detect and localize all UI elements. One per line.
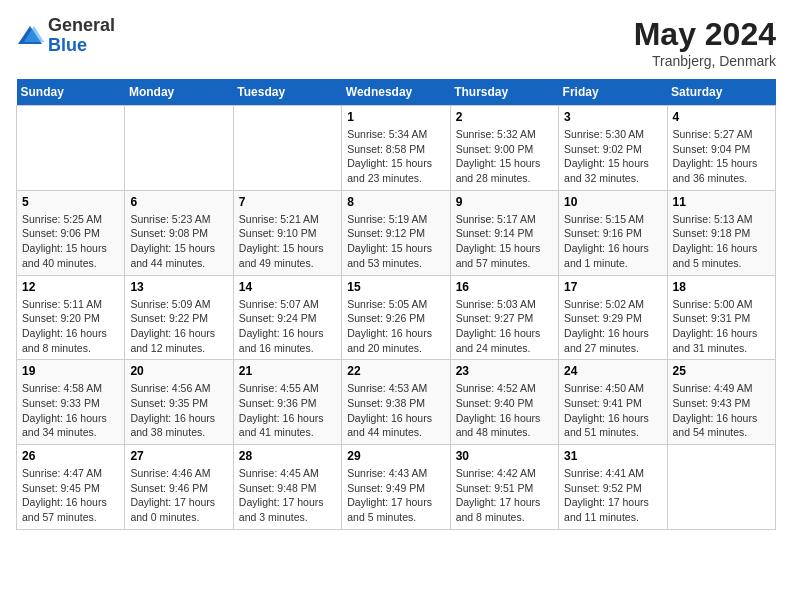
- day-cell: 21Sunrise: 4:55 AM Sunset: 9:36 PM Dayli…: [233, 360, 341, 445]
- day-number: 3: [564, 110, 661, 124]
- day-detail: Sunrise: 4:53 AM Sunset: 9:38 PM Dayligh…: [347, 381, 444, 440]
- day-number: 5: [22, 195, 119, 209]
- day-detail: Sunrise: 4:49 AM Sunset: 9:43 PM Dayligh…: [673, 381, 770, 440]
- logo-icon: [16, 22, 44, 50]
- day-number: 26: [22, 449, 119, 463]
- weekday-header-saturday: Saturday: [667, 79, 775, 106]
- day-number: 8: [347, 195, 444, 209]
- day-cell: 8Sunrise: 5:19 AM Sunset: 9:12 PM Daylig…: [342, 190, 450, 275]
- day-number: 21: [239, 364, 336, 378]
- day-cell: 26Sunrise: 4:47 AM Sunset: 9:45 PM Dayli…: [17, 445, 125, 530]
- day-number: 16: [456, 280, 553, 294]
- day-number: 17: [564, 280, 661, 294]
- day-detail: Sunrise: 5:02 AM Sunset: 9:29 PM Dayligh…: [564, 297, 661, 356]
- day-detail: Sunrise: 5:11 AM Sunset: 9:20 PM Dayligh…: [22, 297, 119, 356]
- day-cell: 9Sunrise: 5:17 AM Sunset: 9:14 PM Daylig…: [450, 190, 558, 275]
- day-cell: 20Sunrise: 4:56 AM Sunset: 9:35 PM Dayli…: [125, 360, 233, 445]
- day-cell: 4Sunrise: 5:27 AM Sunset: 9:04 PM Daylig…: [667, 106, 775, 191]
- day-detail: Sunrise: 5:15 AM Sunset: 9:16 PM Dayligh…: [564, 212, 661, 271]
- day-number: 30: [456, 449, 553, 463]
- day-cell: 30Sunrise: 4:42 AM Sunset: 9:51 PM Dayli…: [450, 445, 558, 530]
- day-cell: 14Sunrise: 5:07 AM Sunset: 9:24 PM Dayli…: [233, 275, 341, 360]
- day-detail: Sunrise: 5:21 AM Sunset: 9:10 PM Dayligh…: [239, 212, 336, 271]
- day-detail: Sunrise: 4:52 AM Sunset: 9:40 PM Dayligh…: [456, 381, 553, 440]
- day-number: 18: [673, 280, 770, 294]
- day-detail: Sunrise: 4:56 AM Sunset: 9:35 PM Dayligh…: [130, 381, 227, 440]
- day-number: 4: [673, 110, 770, 124]
- day-number: 29: [347, 449, 444, 463]
- day-number: 1: [347, 110, 444, 124]
- day-detail: Sunrise: 4:55 AM Sunset: 9:36 PM Dayligh…: [239, 381, 336, 440]
- day-cell: 15Sunrise: 5:05 AM Sunset: 9:26 PM Dayli…: [342, 275, 450, 360]
- day-number: 20: [130, 364, 227, 378]
- day-cell: 18Sunrise: 5:00 AM Sunset: 9:31 PM Dayli…: [667, 275, 775, 360]
- day-detail: Sunrise: 5:13 AM Sunset: 9:18 PM Dayligh…: [673, 212, 770, 271]
- day-number: 31: [564, 449, 661, 463]
- day-cell: [125, 106, 233, 191]
- day-detail: Sunrise: 4:43 AM Sunset: 9:49 PM Dayligh…: [347, 466, 444, 525]
- day-number: 11: [673, 195, 770, 209]
- weekday-header-friday: Friday: [559, 79, 667, 106]
- day-number: 19: [22, 364, 119, 378]
- day-cell: 24Sunrise: 4:50 AM Sunset: 9:41 PM Dayli…: [559, 360, 667, 445]
- week-row-1: 1Sunrise: 5:34 AM Sunset: 8:58 PM Daylig…: [17, 106, 776, 191]
- day-cell: 3Sunrise: 5:30 AM Sunset: 9:02 PM Daylig…: [559, 106, 667, 191]
- day-detail: Sunrise: 4:46 AM Sunset: 9:46 PM Dayligh…: [130, 466, 227, 525]
- day-detail: Sunrise: 5:23 AM Sunset: 9:08 PM Dayligh…: [130, 212, 227, 271]
- day-cell: [233, 106, 341, 191]
- day-cell: 17Sunrise: 5:02 AM Sunset: 9:29 PM Dayli…: [559, 275, 667, 360]
- day-cell: 5Sunrise: 5:25 AM Sunset: 9:06 PM Daylig…: [17, 190, 125, 275]
- day-cell: 29Sunrise: 4:43 AM Sunset: 9:49 PM Dayli…: [342, 445, 450, 530]
- day-detail: Sunrise: 4:47 AM Sunset: 9:45 PM Dayligh…: [22, 466, 119, 525]
- day-detail: Sunrise: 5:09 AM Sunset: 9:22 PM Dayligh…: [130, 297, 227, 356]
- day-detail: Sunrise: 5:27 AM Sunset: 9:04 PM Dayligh…: [673, 127, 770, 186]
- page-header: General Blue May 2024 Tranbjerg, Denmark: [16, 16, 776, 69]
- day-cell: 7Sunrise: 5:21 AM Sunset: 9:10 PM Daylig…: [233, 190, 341, 275]
- day-cell: 19Sunrise: 4:58 AM Sunset: 9:33 PM Dayli…: [17, 360, 125, 445]
- day-number: 14: [239, 280, 336, 294]
- day-number: 12: [22, 280, 119, 294]
- day-detail: Sunrise: 4:42 AM Sunset: 9:51 PM Dayligh…: [456, 466, 553, 525]
- day-cell: 22Sunrise: 4:53 AM Sunset: 9:38 PM Dayli…: [342, 360, 450, 445]
- day-detail: Sunrise: 5:03 AM Sunset: 9:27 PM Dayligh…: [456, 297, 553, 356]
- day-cell: 2Sunrise: 5:32 AM Sunset: 9:00 PM Daylig…: [450, 106, 558, 191]
- day-detail: Sunrise: 5:34 AM Sunset: 8:58 PM Dayligh…: [347, 127, 444, 186]
- day-cell: 6Sunrise: 5:23 AM Sunset: 9:08 PM Daylig…: [125, 190, 233, 275]
- day-number: 13: [130, 280, 227, 294]
- day-cell: 10Sunrise: 5:15 AM Sunset: 9:16 PM Dayli…: [559, 190, 667, 275]
- calendar-table: SundayMondayTuesdayWednesdayThursdayFrid…: [16, 79, 776, 530]
- day-detail: Sunrise: 5:05 AM Sunset: 9:26 PM Dayligh…: [347, 297, 444, 356]
- day-detail: Sunrise: 5:17 AM Sunset: 9:14 PM Dayligh…: [456, 212, 553, 271]
- day-cell: 31Sunrise: 4:41 AM Sunset: 9:52 PM Dayli…: [559, 445, 667, 530]
- day-cell: 13Sunrise: 5:09 AM Sunset: 9:22 PM Dayli…: [125, 275, 233, 360]
- day-detail: Sunrise: 5:19 AM Sunset: 9:12 PM Dayligh…: [347, 212, 444, 271]
- day-cell: [667, 445, 775, 530]
- day-detail: Sunrise: 5:30 AM Sunset: 9:02 PM Dayligh…: [564, 127, 661, 186]
- day-cell: 16Sunrise: 5:03 AM Sunset: 9:27 PM Dayli…: [450, 275, 558, 360]
- day-number: 6: [130, 195, 227, 209]
- day-number: 28: [239, 449, 336, 463]
- day-number: 10: [564, 195, 661, 209]
- logo: General Blue: [16, 16, 115, 56]
- week-row-4: 19Sunrise: 4:58 AM Sunset: 9:33 PM Dayli…: [17, 360, 776, 445]
- day-detail: Sunrise: 5:25 AM Sunset: 9:06 PM Dayligh…: [22, 212, 119, 271]
- location-text: Tranbjerg, Denmark: [634, 53, 776, 69]
- day-cell: 12Sunrise: 5:11 AM Sunset: 9:20 PM Dayli…: [17, 275, 125, 360]
- weekday-header-wednesday: Wednesday: [342, 79, 450, 106]
- day-detail: Sunrise: 4:45 AM Sunset: 9:48 PM Dayligh…: [239, 466, 336, 525]
- day-number: 25: [673, 364, 770, 378]
- weekday-header-tuesday: Tuesday: [233, 79, 341, 106]
- day-number: 9: [456, 195, 553, 209]
- day-cell: 1Sunrise: 5:34 AM Sunset: 8:58 PM Daylig…: [342, 106, 450, 191]
- day-cell: 25Sunrise: 4:49 AM Sunset: 9:43 PM Dayli…: [667, 360, 775, 445]
- day-number: 22: [347, 364, 444, 378]
- day-detail: Sunrise: 5:07 AM Sunset: 9:24 PM Dayligh…: [239, 297, 336, 356]
- title-block: May 2024 Tranbjerg, Denmark: [634, 16, 776, 69]
- day-detail: Sunrise: 4:50 AM Sunset: 9:41 PM Dayligh…: [564, 381, 661, 440]
- day-cell: [17, 106, 125, 191]
- weekday-header-row: SundayMondayTuesdayWednesdayThursdayFrid…: [17, 79, 776, 106]
- day-number: 7: [239, 195, 336, 209]
- logo-general-text: General: [48, 15, 115, 35]
- day-number: 15: [347, 280, 444, 294]
- day-detail: Sunrise: 5:32 AM Sunset: 9:00 PM Dayligh…: [456, 127, 553, 186]
